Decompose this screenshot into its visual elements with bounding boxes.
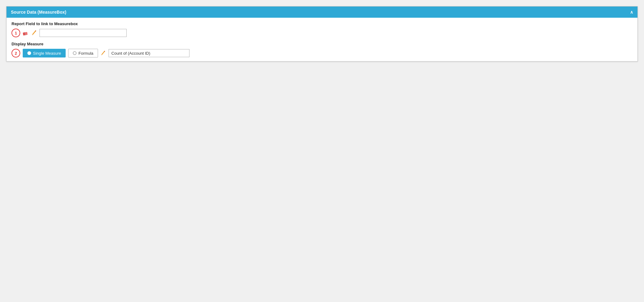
- formula-radio-dot: [73, 51, 77, 55]
- row-1: 1: [12, 29, 632, 37]
- pencil-icon-1[interactable]: [31, 30, 38, 36]
- panel-title: Source Data (MeasureBox): [11, 10, 66, 15]
- panel-body: Report Field to link to Measurebox 1: [7, 18, 637, 61]
- source-data-panel: Source Data (MeasureBox) ∧ Report Field …: [6, 6, 638, 62]
- single-measure-radio-dot: [27, 51, 31, 55]
- formula-button[interactable]: Formula: [68, 49, 98, 57]
- single-measure-label: Single Measure: [33, 51, 61, 56]
- step-2-circle: 2: [12, 49, 20, 57]
- eraser-icon[interactable]: [22, 30, 29, 36]
- panel-header: Source Data (MeasureBox) ∧: [7, 7, 637, 18]
- step-1-circle: 1: [12, 29, 20, 37]
- pencil-svg-2: [100, 50, 106, 56]
- eraser-svg: [22, 30, 29, 36]
- formula-label: Formula: [78, 51, 93, 56]
- pencil-svg-1: [31, 30, 37, 36]
- report-field-input[interactable]: [40, 29, 127, 37]
- section2-label: Display Measure: [12, 42, 632, 46]
- collapse-icon[interactable]: ∧: [630, 10, 633, 15]
- section1-label: Report Field to link to Measurebox: [12, 21, 632, 26]
- display-measure-row: 2 Single Measure Formula: [12, 49, 632, 57]
- pencil-icon-2[interactable]: [100, 50, 106, 56]
- measure-value-input[interactable]: [109, 49, 189, 57]
- single-measure-button[interactable]: Single Measure: [23, 49, 66, 57]
